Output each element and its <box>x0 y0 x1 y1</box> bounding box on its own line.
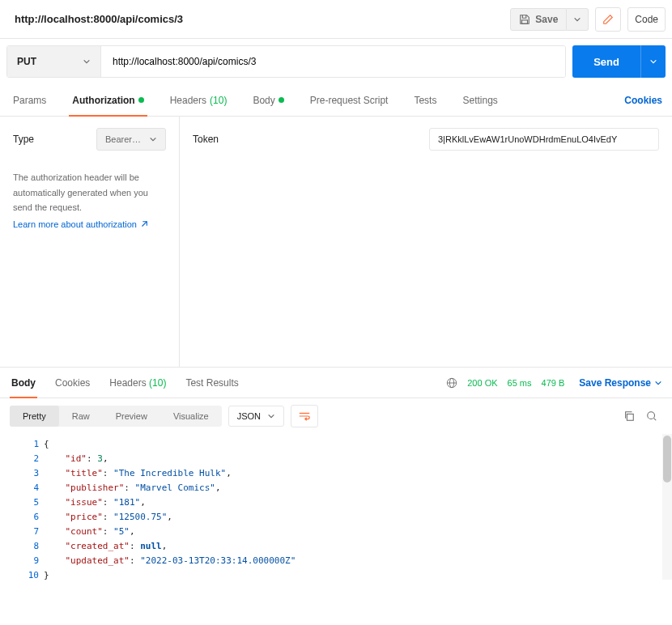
tab-title: http://localhost:8000/api/comics/3 <box>6 13 183 25</box>
edit-button[interactable] <box>595 7 621 32</box>
save-icon <box>519 14 530 25</box>
request-tabs: Params Authorization Headers (10) Body P… <box>0 84 672 117</box>
external-link-icon <box>140 220 148 228</box>
svg-rect-0 <box>522 19 528 23</box>
wrap-icon <box>298 410 311 422</box>
response-header: Body Cookies Headers (10) Test Results 2… <box>0 368 672 398</box>
learn-more-link[interactable]: Learn more about authorization <box>13 219 148 229</box>
scroll-thumb[interactable] <box>663 436 671 483</box>
auth-type-label: Type <box>13 134 34 145</box>
top-right-buttons: Save Code <box>510 7 666 32</box>
search-button[interactable] <box>646 410 657 422</box>
response-status: 200 OK 65 ms 479 B <box>446 377 564 389</box>
auth-panel: Type Bearer… The authorization header wi… <box>0 117 672 368</box>
send-dropdown-button[interactable] <box>640 45 666 78</box>
status-code: 200 OK <box>467 378 497 388</box>
cookies-link[interactable]: Cookies <box>624 95 662 106</box>
save-button[interactable]: Save <box>510 8 567 31</box>
save-response-button[interactable]: Save Response <box>579 377 662 389</box>
search-icon <box>646 410 657 422</box>
method-url-group: PUT <box>6 45 566 78</box>
scrollbar[interactable] <box>662 434 672 580</box>
top-bar: http://localhost:8000/api/comics/3 Save … <box>0 0 672 39</box>
chevron-down-icon <box>83 57 91 66</box>
view-visualize-button[interactable]: Visualize <box>160 406 222 427</box>
pencil-icon <box>602 14 614 25</box>
chevron-down-icon <box>267 412 275 420</box>
tab-authorization[interactable]: Authorization <box>69 84 147 116</box>
line-gutter: 12345678910 <box>0 434 44 586</box>
view-raw-button[interactable]: Raw <box>59 406 103 427</box>
response-tab-cookies[interactable]: Cookies <box>53 368 91 398</box>
response-time: 65 ms <box>508 378 532 388</box>
tab-settings[interactable]: Settings <box>459 84 500 116</box>
tab-tests[interactable]: Tests <box>410 84 440 116</box>
response-size: 479 B <box>542 378 565 388</box>
globe-icon <box>446 377 457 389</box>
token-label: Token <box>193 134 419 145</box>
response-tab-body[interactable]: Body <box>10 368 37 398</box>
save-dropdown-button[interactable] <box>567 8 589 31</box>
format-select[interactable]: JSON <box>228 406 284 427</box>
svg-rect-3 <box>627 414 633 420</box>
auth-description: The authorization header will be automat… <box>13 170 166 215</box>
response-toolbar: Pretty Raw Preview Visualize JSON <box>0 398 672 434</box>
chevron-down-icon <box>573 15 581 23</box>
modified-dot-icon <box>138 97 144 103</box>
tab-params[interactable]: Params <box>10 84 49 116</box>
code-area[interactable]: { "id": 3, "title": "The Incredible Hulk… <box>44 434 296 586</box>
url-input[interactable] <box>101 46 565 77</box>
auth-type-select[interactable]: Bearer… <box>96 128 166 151</box>
chevron-down-icon <box>649 57 657 66</box>
chevron-down-icon <box>654 379 662 387</box>
method-select[interactable]: PUT <box>7 46 101 77</box>
token-input[interactable] <box>429 128 659 151</box>
response-tab-headers[interactable]: Headers (10) <box>108 368 168 398</box>
copy-icon <box>623 410 635 422</box>
tab-prerequest[interactable]: Pre-request Script <box>307 84 392 116</box>
response-body-editor: 12345678910 { "id": 3, "title": "The Inc… <box>0 434 672 586</box>
wrap-lines-button[interactable] <box>291 405 318 427</box>
chevron-down-icon <box>149 135 157 143</box>
code-button[interactable]: Code <box>627 7 666 32</box>
send-button[interactable]: Send <box>572 45 640 78</box>
svg-point-4 <box>648 412 655 419</box>
modified-dot-icon <box>279 97 284 103</box>
view-preview-button[interactable]: Preview <box>103 406 160 427</box>
response-tab-test-results[interactable]: Test Results <box>184 368 240 398</box>
tab-headers[interactable]: Headers (10) <box>167 84 231 116</box>
tab-body[interactable]: Body <box>249 84 287 116</box>
request-row: PUT Send <box>0 39 672 84</box>
view-pretty-button[interactable]: Pretty <box>10 406 59 427</box>
copy-button[interactable] <box>623 410 635 422</box>
